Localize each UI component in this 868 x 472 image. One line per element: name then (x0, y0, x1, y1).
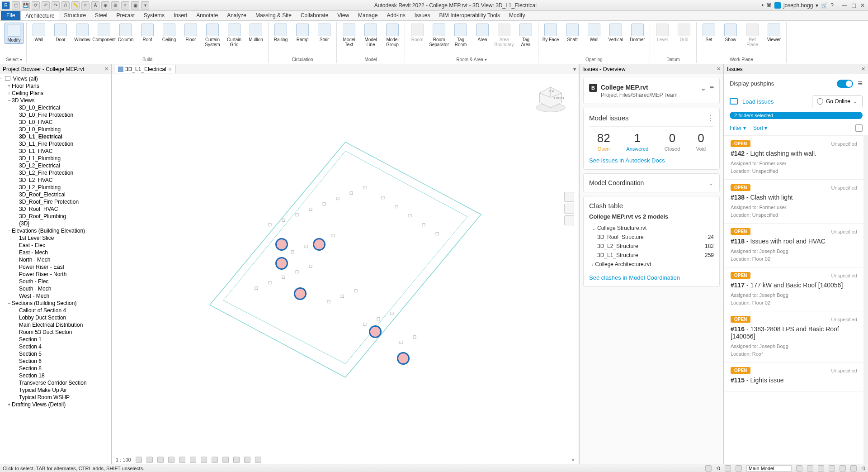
clash-group[interactable]: ›College Architecture.rvt (589, 260, 714, 269)
reveal-hidden-icon[interactable] (233, 457, 240, 463)
ribbon-button-shaft[interactable]: Shaft (563, 23, 582, 43)
editable-only-icon[interactable] (725, 465, 731, 472)
go-online-button[interactable]: Go Online ⌄ (812, 95, 863, 107)
align-icon[interactable]: ≡ (81, 1, 90, 10)
expand-icon[interactable]: + (6, 83, 12, 89)
ribbon-button-modify[interactable]: Modify (5, 23, 24, 44)
select-links-icon[interactable] (796, 465, 802, 472)
user-avatar-icon[interactable] (774, 2, 781, 9)
menu-tab-modify[interactable]: Modify (505, 11, 529, 20)
ribbon-button-floor[interactable]: Floor (181, 23, 200, 43)
ribbon-button-door[interactable]: Door (51, 23, 70, 43)
tree-item[interactable]: 3D_L2_Plumbing (0, 184, 111, 191)
sort-dropdown[interactable]: Sort ▾ (753, 125, 767, 131)
load-issues-link[interactable]: Load issues (742, 98, 774, 105)
tree-item[interactable]: East - Elec (0, 242, 111, 249)
file-menu[interactable]: File (1, 11, 20, 20)
close-icon[interactable]: ✕ (717, 66, 721, 72)
switch-windows-icon[interactable]: ▾ (141, 1, 149, 10)
expand-icon[interactable]: + (6, 90, 12, 96)
tree-item[interactable]: +Ceiling Plans (0, 90, 111, 97)
clash-row[interactable]: 3D_L2_Structure182 (589, 242, 714, 251)
constraints-icon[interactable] (255, 457, 261, 463)
render-icon[interactable]: ◉ (101, 1, 109, 10)
save-icon[interactable]: 💾 (22, 1, 30, 10)
lock-3d-icon[interactable] (212, 457, 218, 463)
rendering-icon[interactable] (179, 457, 185, 463)
pan-icon[interactable] (564, 204, 574, 214)
maximize-icon[interactable]: ▢ (850, 2, 857, 9)
cart-icon[interactable]: 🛒 (821, 2, 828, 9)
undo-icon[interactable]: ↶ (42, 1, 50, 10)
menu-tab-massing-site[interactable]: Massing & Site (251, 11, 296, 20)
more-icon[interactable]: ⋮ (707, 114, 714, 122)
tree-item[interactable]: 3D_L2_Fire Protection (0, 169, 111, 176)
revit-logo-icon[interactable]: R (2, 1, 10, 10)
tree-item[interactable]: Section 6 (0, 358, 111, 365)
close-icon[interactable]: ✕ (861, 66, 865, 72)
clash-link[interactable]: See clashes in Model Coordination (589, 274, 714, 281)
menu-tab-precast[interactable]: Precast (112, 11, 139, 20)
issue-pushpin[interactable] (275, 238, 288, 251)
ribbon-button-set[interactable]: Set (699, 23, 718, 43)
menu-tab-analyze[interactable]: Analyze (222, 11, 251, 20)
ribbon-button-model-group[interactable]: Model Group (383, 23, 402, 48)
view-cube[interactable]: FRONT TOP (533, 82, 568, 114)
ribbon-button-curtain-system[interactable]: Curtain System (203, 23, 222, 48)
design-options-icon[interactable] (736, 465, 742, 472)
model-coordination-row[interactable]: Model Coordination ⌄ (583, 173, 720, 192)
select-underlay-icon[interactable] (807, 465, 813, 472)
issue-card[interactable]: OPENUnspecified#115 - Lights issue (724, 362, 863, 391)
tree-item[interactable]: 3D_L0_Fire Protection (0, 111, 111, 119)
ribbon-button-area[interactable]: Area (473, 23, 492, 43)
ribbon-button-show[interactable]: Show (721, 23, 740, 43)
collapse-icon[interactable]: − (6, 300, 12, 306)
clash-row[interactable]: 3D_L1_Structure259 (589, 251, 714, 260)
sync-icon[interactable]: ⟳ (32, 1, 40, 10)
menu-tab-systems[interactable]: Systems (139, 11, 169, 20)
analytical-icon[interactable] (244, 457, 250, 463)
tree-item[interactable]: 3D_Roof_Fire Protection (0, 198, 111, 205)
stat-void[interactable]: 0 Void (696, 131, 706, 152)
chevron-down-icon[interactable]: ▾ (816, 2, 818, 9)
clash-group[interactable]: ⌄College Structure.rvt (589, 224, 714, 233)
stat-open[interactable]: 82 Open (597, 131, 610, 152)
ribbon-button-model-line[interactable]: Model Line (361, 23, 380, 48)
tree-item[interactable]: Transverse Corridor Section (0, 379, 111, 386)
tree-item[interactable]: Typical Room WSHP (0, 394, 111, 401)
open-icon[interactable]: ▢ (12, 1, 20, 10)
minimize-icon[interactable]: — (841, 2, 848, 9)
tree-item[interactable]: Section 5 (0, 350, 111, 358)
close-hidden-icon[interactable]: ▣ (131, 1, 139, 10)
ribbon-button-column[interactable]: Column (116, 23, 135, 43)
issue-card[interactable]: OPENUnspecified#138 - Clash with lightAs… (724, 180, 863, 224)
temp-hide-icon[interactable] (222, 457, 229, 463)
print-icon[interactable]: ⎙ (61, 1, 70, 10)
tree-item[interactable]: Power Riser - North (0, 271, 111, 278)
menu-tab-architecture[interactable]: Architecture (20, 11, 59, 20)
help-icon[interactable]: ? (830, 2, 834, 9)
collapse-icon[interactable]: − (0, 76, 4, 82)
tree-item[interactable]: 3D_Roof_Electrical (0, 191, 111, 198)
menu-tab-structure[interactable]: Structure (59, 11, 90, 20)
ribbon-button-tag-room[interactable]: Tag Room (451, 23, 470, 48)
ribbon-button-model-text[interactable]: Model Text (340, 23, 359, 48)
ribbon-button-component[interactable]: Component (94, 23, 113, 43)
menu-tab-annotate[interactable]: Annotate (192, 11, 222, 20)
text-icon[interactable]: A (91, 1, 99, 10)
tree-item[interactable]: Section 1 (0, 336, 111, 343)
info-icon[interactable]: • (762, 2, 764, 9)
tree-item[interactable]: South - Mech (0, 285, 111, 292)
menu-tab-steel[interactable]: Steel (90, 11, 112, 20)
tree-item[interactable]: Room 53 Duct Secton (0, 329, 111, 336)
menu-tab-view[interactable]: View (333, 11, 354, 20)
main-model-input[interactable] (746, 465, 792, 472)
filter-icon[interactable] (850, 465, 857, 472)
select-face-icon[interactable] (829, 465, 835, 472)
tree-item[interactable]: Main Electrical Distribution (0, 321, 111, 329)
ribbon-button-ceiling[interactable]: Ceiling (160, 23, 179, 43)
view-tab-active[interactable]: 3D_L1_Electrical ✕ (114, 65, 176, 73)
tree-item[interactable]: Section 18 (0, 372, 111, 379)
measure-icon[interactable]: 📏 (71, 1, 80, 10)
tree-item[interactable]: Typical Make Up Air (0, 386, 111, 394)
